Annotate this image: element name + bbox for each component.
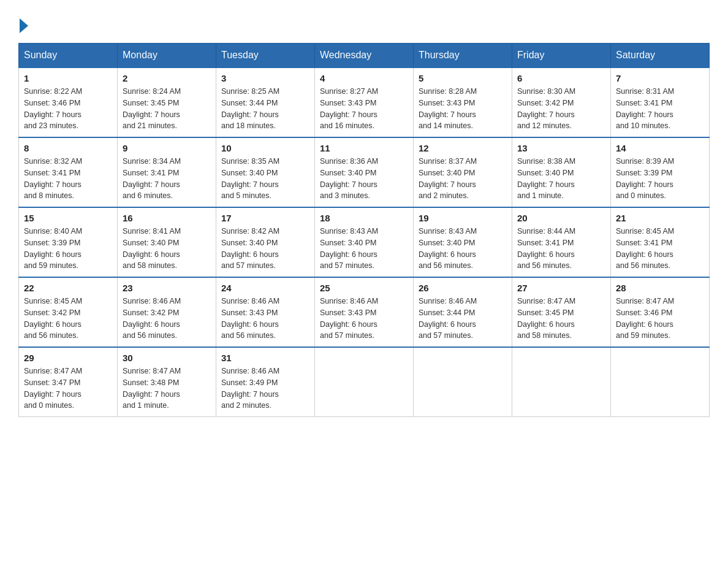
day-info: Sunrise: 8:47 AM Sunset: 3:46 PM Dayligh… [616, 296, 704, 342]
calendar-cell: 20 Sunrise: 8:44 AM Sunset: 3:41 PM Dayl… [512, 207, 611, 277]
calendar-cell: 5 Sunrise: 8:28 AM Sunset: 3:43 PM Dayli… [414, 67, 512, 137]
day-number: 23 [123, 283, 211, 293]
day-info: Sunrise: 8:46 AM Sunset: 3:44 PM Dayligh… [419, 296, 507, 342]
calendar-header-friday: Friday [512, 44, 611, 68]
calendar-cell: 1 Sunrise: 8:22 AM Sunset: 3:46 PM Dayli… [19, 67, 118, 137]
calendar-week-row: 1 Sunrise: 8:22 AM Sunset: 3:46 PM Dayli… [19, 67, 710, 137]
day-number: 8 [24, 143, 112, 153]
calendar-header-sunday: Sunday [19, 44, 118, 68]
day-number: 5 [419, 73, 507, 83]
day-info: Sunrise: 8:46 AM Sunset: 3:42 PM Dayligh… [123, 296, 211, 342]
day-number: 16 [123, 213, 211, 223]
calendar-cell: 8 Sunrise: 8:32 AM Sunset: 3:41 PM Dayli… [19, 137, 118, 207]
calendar-header-tuesday: Tuesday [216, 44, 315, 68]
day-number: 6 [517, 73, 605, 83]
day-info: Sunrise: 8:40 AM Sunset: 3:39 PM Dayligh… [24, 226, 112, 272]
day-number: 18 [320, 213, 408, 223]
calendar-cell: 10 Sunrise: 8:35 AM Sunset: 3:40 PM Dayl… [216, 137, 315, 207]
day-number: 27 [517, 283, 605, 293]
day-info: Sunrise: 8:38 AM Sunset: 3:40 PM Dayligh… [517, 156, 605, 202]
calendar-cell: 17 Sunrise: 8:42 AM Sunset: 3:40 PM Dayl… [216, 207, 315, 277]
calendar-cell: 26 Sunrise: 8:46 AM Sunset: 3:44 PM Dayl… [414, 277, 512, 347]
day-number: 9 [123, 143, 211, 153]
day-info: Sunrise: 8:39 AM Sunset: 3:39 PM Dayligh… [616, 156, 704, 202]
calendar-week-row: 22 Sunrise: 8:45 AM Sunset: 3:42 PM Dayl… [19, 277, 710, 347]
day-number: 22 [24, 283, 112, 293]
day-number: 17 [221, 213, 309, 223]
calendar-cell [315, 347, 414, 417]
day-info: Sunrise: 8:47 AM Sunset: 3:47 PM Dayligh… [24, 366, 112, 412]
day-number: 3 [221, 73, 309, 83]
day-info: Sunrise: 8:37 AM Sunset: 3:40 PM Dayligh… [419, 156, 507, 202]
day-info: Sunrise: 8:46 AM Sunset: 3:43 PM Dayligh… [221, 296, 309, 342]
calendar-cell: 11 Sunrise: 8:36 AM Sunset: 3:40 PM Dayl… [315, 137, 414, 207]
calendar-cell: 6 Sunrise: 8:30 AM Sunset: 3:42 PM Dayli… [512, 67, 611, 137]
calendar-week-row: 29 Sunrise: 8:47 AM Sunset: 3:47 PM Dayl… [19, 347, 710, 417]
calendar-cell: 18 Sunrise: 8:43 AM Sunset: 3:40 PM Dayl… [315, 207, 414, 277]
calendar-cell: 12 Sunrise: 8:37 AM Sunset: 3:40 PM Dayl… [414, 137, 512, 207]
day-info: Sunrise: 8:36 AM Sunset: 3:40 PM Dayligh… [320, 156, 408, 202]
calendar-header-row: SundayMondayTuesdayWednesdayThursdayFrid… [19, 44, 710, 68]
calendar-cell: 29 Sunrise: 8:47 AM Sunset: 3:47 PM Dayl… [19, 347, 118, 417]
calendar-cell: 30 Sunrise: 8:47 AM Sunset: 3:48 PM Dayl… [118, 347, 216, 417]
calendar-header-thursday: Thursday [414, 44, 512, 68]
calendar-header-monday: Monday [118, 44, 216, 68]
day-info: Sunrise: 8:46 AM Sunset: 3:49 PM Dayligh… [221, 366, 309, 412]
day-number: 29 [24, 353, 112, 363]
calendar-cell: 31 Sunrise: 8:46 AM Sunset: 3:49 PM Dayl… [216, 347, 315, 417]
page-header [18, 18, 710, 31]
calendar-cell: 27 Sunrise: 8:47 AM Sunset: 3:45 PM Dayl… [512, 277, 611, 347]
day-info: Sunrise: 8:45 AM Sunset: 3:41 PM Dayligh… [616, 226, 704, 272]
day-info: Sunrise: 8:34 AM Sunset: 3:41 PM Dayligh… [123, 156, 211, 202]
day-info: Sunrise: 8:27 AM Sunset: 3:43 PM Dayligh… [320, 86, 408, 132]
day-info: Sunrise: 8:32 AM Sunset: 3:41 PM Dayligh… [24, 156, 112, 202]
calendar-cell: 16 Sunrise: 8:41 AM Sunset: 3:40 PM Dayl… [118, 207, 216, 277]
day-info: Sunrise: 8:24 AM Sunset: 3:45 PM Dayligh… [123, 86, 211, 132]
calendar-cell: 7 Sunrise: 8:31 AM Sunset: 3:41 PM Dayli… [611, 67, 710, 137]
calendar-cell [512, 347, 611, 417]
calendar-cell: 9 Sunrise: 8:34 AM Sunset: 3:41 PM Dayli… [118, 137, 216, 207]
day-number: 30 [123, 353, 211, 363]
calendar-header-wednesday: Wednesday [315, 44, 414, 68]
day-number: 11 [320, 143, 408, 153]
calendar-cell: 13 Sunrise: 8:38 AM Sunset: 3:40 PM Dayl… [512, 137, 611, 207]
calendar-cell: 22 Sunrise: 8:45 AM Sunset: 3:42 PM Dayl… [19, 277, 118, 347]
logo [18, 18, 28, 31]
calendar-cell: 14 Sunrise: 8:39 AM Sunset: 3:39 PM Dayl… [611, 137, 710, 207]
day-info: Sunrise: 8:41 AM Sunset: 3:40 PM Dayligh… [123, 226, 211, 272]
day-number: 28 [616, 283, 704, 293]
day-number: 24 [221, 283, 309, 293]
day-number: 15 [24, 213, 112, 223]
day-number: 2 [123, 73, 211, 83]
day-number: 10 [221, 143, 309, 153]
day-info: Sunrise: 8:42 AM Sunset: 3:40 PM Dayligh… [221, 226, 309, 272]
day-number: 7 [616, 73, 704, 83]
day-info: Sunrise: 8:31 AM Sunset: 3:41 PM Dayligh… [616, 86, 704, 132]
day-info: Sunrise: 8:30 AM Sunset: 3:42 PM Dayligh… [517, 86, 605, 132]
day-number: 21 [616, 213, 704, 223]
day-number: 31 [221, 353, 309, 363]
calendar-week-row: 15 Sunrise: 8:40 AM Sunset: 3:39 PM Dayl… [19, 207, 710, 277]
day-info: Sunrise: 8:44 AM Sunset: 3:41 PM Dayligh… [517, 226, 605, 272]
day-number: 14 [616, 143, 704, 153]
calendar-cell: 3 Sunrise: 8:25 AM Sunset: 3:44 PM Dayli… [216, 67, 315, 137]
day-info: Sunrise: 8:47 AM Sunset: 3:45 PM Dayligh… [517, 296, 605, 342]
day-info: Sunrise: 8:43 AM Sunset: 3:40 PM Dayligh… [320, 226, 408, 272]
calendar-cell: 24 Sunrise: 8:46 AM Sunset: 3:43 PM Dayl… [216, 277, 315, 347]
calendar-cell: 28 Sunrise: 8:47 AM Sunset: 3:46 PM Dayl… [611, 277, 710, 347]
calendar-header-saturday: Saturday [611, 44, 710, 68]
calendar-cell: 15 Sunrise: 8:40 AM Sunset: 3:39 PM Dayl… [19, 207, 118, 277]
day-number: 26 [419, 283, 507, 293]
day-info: Sunrise: 8:43 AM Sunset: 3:40 PM Dayligh… [419, 226, 507, 272]
day-info: Sunrise: 8:22 AM Sunset: 3:46 PM Dayligh… [24, 86, 112, 132]
day-info: Sunrise: 8:47 AM Sunset: 3:48 PM Dayligh… [123, 366, 211, 412]
calendar-cell: 21 Sunrise: 8:45 AM Sunset: 3:41 PM Dayl… [611, 207, 710, 277]
day-number: 4 [320, 73, 408, 83]
calendar-cell [611, 347, 710, 417]
day-info: Sunrise: 8:35 AM Sunset: 3:40 PM Dayligh… [221, 156, 309, 202]
calendar-cell: 2 Sunrise: 8:24 AM Sunset: 3:45 PM Dayli… [118, 67, 216, 137]
logo-arrow-icon [20, 18, 28, 33]
day-number: 13 [517, 143, 605, 153]
day-number: 19 [419, 213, 507, 223]
day-number: 25 [320, 283, 408, 293]
